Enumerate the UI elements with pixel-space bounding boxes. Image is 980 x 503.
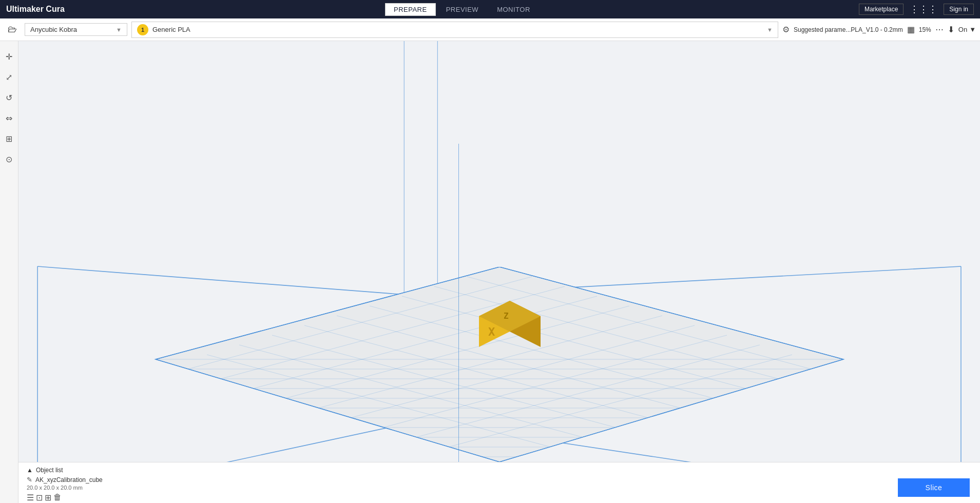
infill-percent: 15% bbox=[919, 26, 931, 33]
object-list-header[interactable]: ▲ Object list bbox=[27, 467, 103, 474]
object-list-collapse-icon: ▲ bbox=[27, 467, 33, 474]
svg-text:X: X bbox=[488, 325, 495, 338]
tab-prepare[interactable]: PREPARE bbox=[385, 3, 436, 16]
object-list-label: Object list bbox=[36, 467, 63, 474]
material-badge: 1 bbox=[137, 24, 148, 35]
machine-name: Anycubic Kobra bbox=[30, 26, 77, 33]
app-logo: Ultimaker Cura bbox=[6, 5, 65, 14]
object-list-item: ✎ AK_xyzCalibration_cube bbox=[27, 476, 103, 483]
mirror-tool-button[interactable]: ⇔ bbox=[2, 111, 16, 125]
scale-tool-button[interactable]: ⤢ bbox=[2, 70, 16, 84]
object-name: AK_xyzCalibration_cube bbox=[35, 476, 103, 483]
on-toggle[interactable]: On ▼ bbox=[958, 26, 976, 33]
material-chevron-icon: ▼ bbox=[767, 27, 773, 33]
settings-icon[interactable]: ⚙ bbox=[782, 25, 790, 34]
support-blocker-button[interactable]: ⊙ bbox=[2, 152, 16, 166]
left-tools-panel: ✛ ⤢ ↺ ⇔ ⊞ ⊙ bbox=[0, 41, 18, 503]
per-model-settings-button[interactable]: ⊞ bbox=[2, 131, 16, 146]
object-delete-icon[interactable]: 🗑 bbox=[53, 493, 62, 502]
object-visibility-icon[interactable]: ☰ bbox=[27, 493, 34, 502]
material-selector[interactable]: 1 Generic PLA ▼ bbox=[131, 22, 778, 38]
rotate-tool-button[interactable]: ↺ bbox=[2, 90, 16, 105]
object-duplicate-icon[interactable]: ⊡ bbox=[36, 493, 43, 502]
axis-vertical bbox=[458, 144, 459, 462]
main-area: ✛ ⤢ ↺ ⇔ ⊞ ⊙ bbox=[0, 41, 980, 503]
logo-light: Cura bbox=[44, 5, 65, 13]
3d-model-cube[interactable]: X Z bbox=[479, 291, 541, 364]
slice-button[interactable]: Slice bbox=[898, 478, 970, 497]
logo-bold: Ultimaker bbox=[6, 5, 44, 13]
profile-text: Suggested parame...PLA_V1.0 - 0.2mm bbox=[794, 26, 903, 33]
settings-row: ⚙ Suggested parame...PLA_V1.0 - 0.2mm ▦ … bbox=[782, 25, 976, 34]
open-folder-button[interactable]: 🗁 bbox=[4, 22, 21, 38]
edit-icon: ✎ bbox=[27, 476, 32, 483]
machine-selector[interactable]: Anycubic Kobra ▼ bbox=[25, 23, 127, 36]
nav-right: Marketplace ⋮⋮⋮ Sign in bbox=[859, 4, 974, 15]
3d-viewport[interactable]: X Z ▲ Object list ✎ AK_xyzCalibration_cu… bbox=[18, 41, 980, 503]
marketplace-button[interactable]: Marketplace bbox=[859, 4, 904, 15]
move-tool-button[interactable]: ✛ bbox=[2, 49, 16, 64]
nav-tabs: PREPARE PREVIEW MONITOR bbox=[385, 3, 539, 16]
infill-icon[interactable]: ▦ bbox=[907, 25, 915, 34]
signin-button[interactable]: Sign in bbox=[944, 4, 974, 15]
object-action-icons: ☰ ⊡ ⊞ 🗑 bbox=[27, 493, 103, 502]
topbar: Ultimaker Cura PREPARE PREVIEW MONITOR M… bbox=[0, 0, 980, 18]
save-to-disk-icon[interactable]: ⬇ bbox=[948, 25, 954, 34]
on-chevron-icon: ▼ bbox=[969, 26, 976, 33]
machine-chevron-icon: ▼ bbox=[116, 27, 122, 33]
support-settings-icon[interactable]: ⋯ bbox=[935, 25, 944, 34]
on-label: On bbox=[958, 26, 967, 33]
grid-icon[interactable]: ⋮⋮⋮ bbox=[910, 4, 937, 15]
svg-text:Z: Z bbox=[504, 311, 509, 321]
toolbar: 🗁 Anycubic Kobra ▼ 1 Generic PLA ▼ ⚙ Sug… bbox=[0, 18, 980, 41]
bottom-status-bar: ▲ Object list ✎ AK_xyzCalibration_cube 2… bbox=[18, 462, 980, 503]
tab-preview[interactable]: PREVIEW bbox=[438, 3, 487, 16]
object-dimensions: 20.0 x 20.0 x 20.0 mm bbox=[27, 485, 103, 491]
object-per-model-icon[interactable]: ⊞ bbox=[45, 493, 51, 502]
material-name: Generic PLA bbox=[152, 26, 190, 33]
cube-svg: X Z bbox=[479, 291, 541, 362]
tab-monitor[interactable]: MONITOR bbox=[489, 3, 539, 16]
